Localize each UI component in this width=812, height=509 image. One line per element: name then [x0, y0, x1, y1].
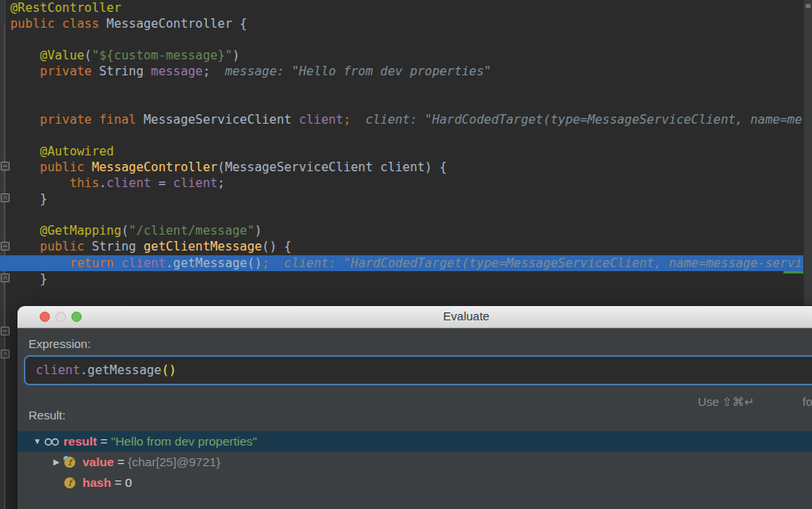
code-token: client	[299, 113, 343, 127]
dialog-titlebar[interactable]: Evaluate	[17, 306, 812, 328]
equals-sign: =	[97, 431, 111, 452]
green-underline-marker	[783, 271, 803, 274]
code-token: (	[84, 48, 91, 63]
variable-name: hash	[82, 473, 111, 493]
code-token: private	[10, 64, 99, 78]
variable-value: {char[25]@9721}	[128, 452, 220, 473]
code-token: .	[99, 176, 106, 190]
code-line: @GetMapping("/client/message")	[0, 223, 803, 239]
code-token: (MessageServiceClient client) {	[217, 160, 446, 174]
code-line: }	[0, 191, 803, 207]
expanded-arrow-icon[interactable]: ▼	[30, 431, 44, 452]
evaluate-dialog: Evaluate Expression: client.getMessage()…	[17, 306, 812, 509]
code-token: client: "HardCodedTarget(type=MessageSer…	[270, 256, 802, 270]
result-tree: ▼result = "Hello from dev properties"▶fv…	[17, 431, 812, 493]
code-line	[0, 96, 803, 112]
code-token: "${custom-message}"	[92, 48, 232, 63]
result-tree-row[interactable]: ▶fvalue = {char[25]@9721}	[17, 452, 812, 473]
code-token: }	[10, 192, 48, 206]
expression-input[interactable]: client.getMessage()	[24, 355, 812, 385]
code-token: ;	[203, 64, 210, 78]
code-line: public MessageController(MessageServiceC…	[0, 159, 803, 175]
fold-collapse-icon[interactable]: −	[1, 242, 10, 251]
variable-name: result	[63, 431, 97, 452]
code-line: @RestController	[0, 0, 803, 16]
result-label: Result:	[29, 408, 66, 422]
code-token: getMessage	[87, 363, 161, 377]
code-token: client	[106, 176, 151, 190]
code-token: return	[10, 256, 121, 270]
dialog-body: Expression: client.getMessage() Use ⇧⌘↵ …	[17, 328, 812, 509]
fold-collapse-icon[interactable]: −	[1, 162, 10, 170]
code-token: message	[151, 64, 202, 78]
result-tree-row[interactable]: ▼result = "Hello from dev properties"	[17, 431, 812, 452]
code-token: getClientMessage	[144, 239, 262, 254]
code-line: private final MessageServiceClient clien…	[0, 112, 803, 128]
code-token: String	[92, 239, 144, 254]
code-token: @Value	[10, 48, 84, 63]
code-token: @Autowired	[10, 144, 114, 159]
code-token: }	[10, 272, 48, 286]
code-token: client: "HardCodedTarget(type=MessageSer…	[350, 113, 802, 127]
code-token: )	[255, 224, 262, 238]
code-token: client	[121, 256, 166, 270]
code-line	[0, 128, 803, 144]
code-line: this.client = client;	[0, 175, 803, 191]
code-token: public	[10, 239, 92, 254]
execution-line: return client.getMessage(); client: "Har…	[0, 255, 803, 271]
code-line: @Value("${custom-message}")	[0, 48, 803, 63]
field-modified-icon: f	[63, 456, 82, 469]
code-line	[0, 32, 803, 48]
code-line: }	[0, 271, 803, 287]
code-line: public String getClientMessage() {	[0, 239, 803, 254]
code-line: public class MessageController {	[0, 16, 803, 32]
dialog-title: Evaluate	[17, 309, 812, 323]
variable-value: 0	[125, 473, 132, 493]
code-token: client	[173, 176, 217, 190]
code-token: MessageController {	[106, 17, 247, 31]
code-token: (	[121, 224, 128, 238]
equals-sign: =	[111, 473, 125, 493]
code-token: ()	[162, 363, 177, 377]
code-token: .	[80, 363, 87, 377]
code-token: client	[36, 363, 80, 377]
equals-sign: =	[114, 452, 128, 473]
expression-label: Expression:	[29, 337, 90, 350]
shortcut-hint-overflow: fo	[802, 395, 812, 408]
code-token: =	[151, 176, 173, 190]
code-token: public class	[10, 17, 106, 31]
code-token: private final	[10, 113, 144, 127]
code-token: )	[232, 48, 239, 63]
code-line	[0, 79, 803, 95]
code-line: private String message; message: "Hello …	[0, 63, 803, 79]
fold-end-icon[interactable]: ˄	[1, 193, 10, 202]
code-token: MessageServiceClient	[144, 113, 299, 127]
code-token: MessageController	[92, 160, 218, 174]
code-token: ;	[217, 176, 224, 190]
fold-collapse-icon[interactable]: −	[1, 327, 10, 335]
code-token: @RestController	[10, 1, 121, 15]
collapsed-arrow-icon[interactable]: ▶	[49, 452, 63, 473]
code-token: "/client/message"	[128, 224, 255, 238]
fold-end-icon[interactable]: ˄	[1, 274, 10, 282]
result-tree-row[interactable]: fhash = 0	[17, 473, 812, 493]
watches-result-icon	[44, 437, 63, 447]
code-line	[0, 207, 803, 223]
code-token: ;	[262, 256, 269, 270]
code-token: ;	[343, 113, 350, 127]
code-token: () {	[262, 239, 291, 254]
variable-name: value	[82, 452, 114, 473]
shortcut-hint: Use ⇧⌘↵	[698, 395, 754, 409]
variable-value: "Hello from dev properties"	[111, 431, 257, 452]
code-token: public	[10, 160, 92, 174]
code-token: this	[10, 176, 99, 190]
code-token: .getMessage()	[166, 256, 262, 270]
code-token: @GetMapping	[10, 224, 121, 238]
scrollbar-stripe-mark	[806, 4, 810, 8]
fold-end-icon[interactable]: ˄	[1, 350, 10, 358]
code-token: message: "Hello from dev properties"	[210, 64, 492, 78]
field-icon: f	[63, 476, 82, 489]
code-line: @Autowired	[0, 144, 803, 159]
code-token: String	[99, 64, 151, 78]
